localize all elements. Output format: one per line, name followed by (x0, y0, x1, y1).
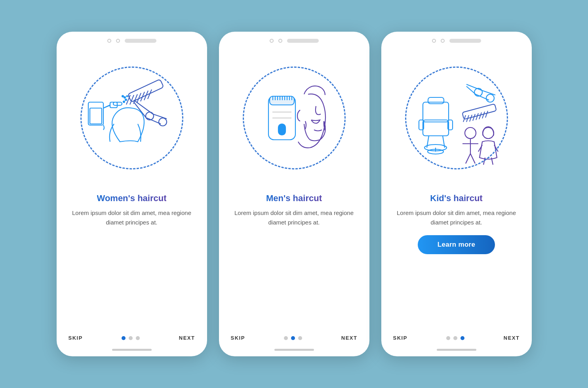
speaker-pill (125, 39, 156, 43)
womens-illustration (57, 47, 207, 189)
womens-screen: Women's haircut Lorem ipsum dolor sit di… (57, 32, 207, 356)
learn-more-button[interactable]: Learn more (418, 235, 495, 254)
kids-desc: Lorem ipsum dolor sit dim amet, mea regi… (393, 208, 520, 227)
mens-illustration (219, 47, 369, 189)
kids-skip-btn[interactable]: SKIP (393, 335, 407, 341)
kids-screen: Kid's haircut Lorem ipsum dolor sit dim … (381, 32, 532, 356)
dashed-circle-1 (80, 67, 183, 169)
kids-dots (446, 336, 464, 340)
dashed-circle-2 (243, 67, 346, 169)
speaker-pill-3 (449, 39, 481, 43)
phone-top-bar-2 (219, 32, 369, 47)
phone-top-bar-3 (381, 32, 532, 47)
mens-title: Men's haircut (266, 193, 322, 204)
womens-next-btn[interactable]: NEXT (179, 335, 195, 341)
camera-dot-3 (432, 39, 436, 43)
womens-bottom-bar: SKIP NEXT (57, 329, 207, 349)
home-indicator-2 (274, 349, 314, 351)
womens-desc: Lorem ipsum dolor sit dim amet, mea regi… (69, 208, 195, 227)
womens-skip-btn[interactable]: SKIP (69, 335, 83, 341)
dot-1-active (122, 336, 126, 340)
sensor-dot-2 (278, 39, 282, 43)
dot-1 (446, 336, 450, 340)
mens-bottom-bar: SKIP NEXT (219, 329, 369, 349)
kids-illustration (381, 47, 532, 189)
kids-bottom-bar: SKIP NEXT (381, 329, 532, 349)
womens-text-area: Women's haircut Lorem ipsum dolor sit di… (57, 189, 207, 329)
sensor-dot-3 (441, 39, 445, 43)
dot-3 (298, 336, 302, 340)
dot-3-active (461, 336, 464, 340)
womens-dots (122, 336, 140, 340)
dot-3 (136, 336, 140, 340)
mens-desc: Lorem ipsum dolor sit dim amet, mea regi… (231, 208, 358, 227)
camera-dot-2 (270, 39, 274, 43)
mens-next-btn[interactable]: NEXT (341, 335, 358, 341)
home-indicator-1 (112, 349, 152, 351)
womens-title: Women's haircut (97, 193, 167, 204)
speaker-pill-2 (287, 39, 319, 43)
dot-2 (453, 336, 457, 340)
mens-dots (284, 336, 302, 340)
dot-2 (129, 336, 133, 340)
mens-screen: Men's haircut Lorem ipsum dolor sit dim … (219, 32, 369, 356)
screens-container: Women's haircut Lorem ipsum dolor sit di… (57, 32, 532, 356)
dot-1 (284, 336, 288, 340)
phone-top-bar-1 (57, 32, 207, 47)
kids-text-area: Kid's haircut Lorem ipsum dolor sit dim … (381, 189, 532, 329)
kids-title: Kid's haircut (430, 193, 482, 204)
mens-text-area: Men's haircut Lorem ipsum dolor sit dim … (219, 189, 369, 329)
mens-skip-btn[interactable]: SKIP (231, 335, 245, 341)
sensor-dot (116, 39, 120, 43)
dot-2-active (291, 336, 295, 340)
camera-dot (107, 39, 111, 43)
kids-next-btn[interactable]: NEXT (504, 335, 520, 341)
home-indicator-3 (437, 349, 476, 351)
dashed-circle-3 (405, 67, 508, 169)
